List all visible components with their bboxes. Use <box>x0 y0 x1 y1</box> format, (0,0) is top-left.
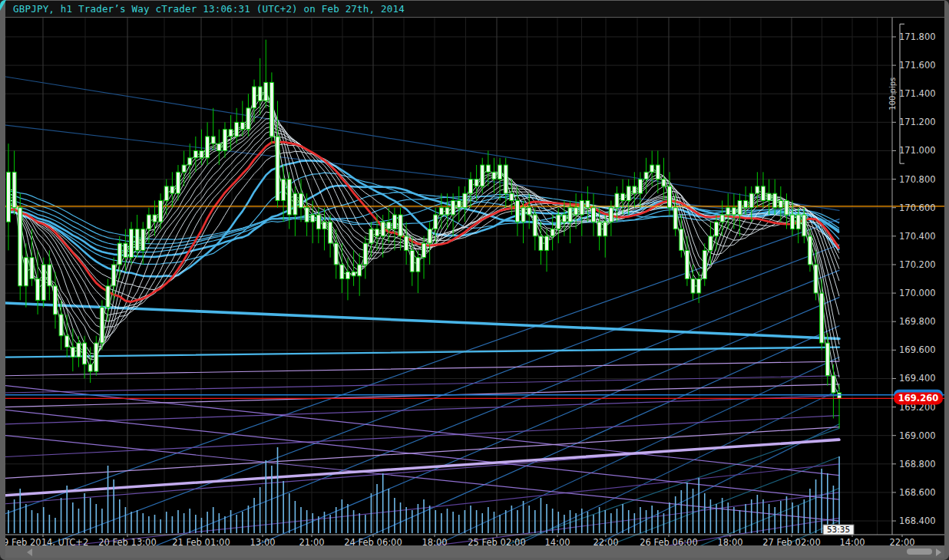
candle <box>838 393 842 398</box>
candle <box>551 229 554 236</box>
candle <box>246 108 250 130</box>
candle <box>779 200 782 207</box>
candle <box>217 143 221 150</box>
candle <box>83 343 87 364</box>
candle <box>785 200 789 215</box>
candle <box>703 250 706 278</box>
candle <box>200 150 203 157</box>
price-tick-label: 171.600 <box>899 60 936 71</box>
candle <box>468 180 472 194</box>
candle <box>791 215 795 229</box>
candle <box>492 172 496 179</box>
candle <box>282 180 286 201</box>
volume-bars <box>8 447 839 533</box>
candle <box>527 208 531 215</box>
price-tick-label: 169.800 <box>899 316 936 327</box>
candle <box>633 186 637 193</box>
candle <box>773 193 777 208</box>
title-bar[interactable]: GBPJPY, h1 Trader’s Way cTrader 13:06:31… <box>5 1 944 17</box>
candle <box>124 243 127 258</box>
candle <box>77 343 81 357</box>
price-tick-label: 168.400 <box>899 516 936 526</box>
candle <box>457 200 461 207</box>
chart-scrollbar[interactable] <box>5 545 944 558</box>
price-tick-label: 168.800 <box>899 459 936 469</box>
time-axis: 19 Feb 2014, UTC+220 Feb 13:0021 Feb 01:… <box>5 535 944 545</box>
candle <box>545 236 549 251</box>
time-tick-label: 22:00 <box>593 537 618 545</box>
candle <box>363 243 367 265</box>
price-tick-label: 168.600 <box>899 487 936 498</box>
candle <box>235 122 239 137</box>
candle <box>410 250 414 272</box>
candle <box>603 222 607 236</box>
candle <box>170 186 174 193</box>
candle <box>135 229 139 251</box>
candle <box>182 165 186 172</box>
candle <box>685 250 689 278</box>
price-tick-label: 170.400 <box>899 231 936 242</box>
time-tick-label: 14:00 <box>544 537 570 545</box>
candle <box>749 193 753 208</box>
candle <box>59 315 63 336</box>
candle <box>416 258 420 272</box>
candle <box>680 229 683 251</box>
bar-countdown-label: 53:35 <box>827 525 850 534</box>
candle <box>463 193 467 208</box>
candle <box>71 348 74 357</box>
candle <box>258 87 262 101</box>
scroll-left-icon[interactable] <box>27 548 32 556</box>
candle <box>7 172 11 222</box>
candle <box>223 130 227 151</box>
candle <box>668 186 672 208</box>
candle <box>521 208 525 222</box>
candle <box>597 222 601 236</box>
candle <box>293 193 297 215</box>
scroll-right-icon[interactable] <box>936 548 941 556</box>
time-tick-label: 24 Feb 06:00 <box>344 537 402 545</box>
candle <box>474 180 478 186</box>
candle <box>164 186 168 201</box>
candle <box>398 215 402 236</box>
time-tick-label: 27 Feb 02:00 <box>762 537 820 545</box>
candle <box>65 336 69 348</box>
candle <box>358 265 362 276</box>
candle <box>392 215 396 229</box>
price-chart-canvas[interactable]: 171.800171.600171.400171.200171.000170.8… <box>5 18 944 545</box>
candle <box>820 293 824 343</box>
scrollbar-thumb[interactable] <box>907 548 932 555</box>
candle <box>88 364 92 371</box>
candle <box>539 236 543 251</box>
chart-svg[interactable]: 171.800171.600171.400171.200171.000170.8… <box>5 18 944 545</box>
candle <box>504 165 508 193</box>
candle <box>229 130 233 137</box>
candle <box>445 208 449 215</box>
candle <box>106 286 110 308</box>
candle <box>147 215 150 229</box>
candle <box>715 222 719 236</box>
price-axis: 171.800171.600171.400171.200171.000170.8… <box>892 18 936 535</box>
candle <box>211 137 215 143</box>
candle <box>264 82 268 100</box>
candle <box>422 243 426 258</box>
candle <box>311 215 315 222</box>
candle <box>767 193 771 200</box>
candle <box>621 193 625 200</box>
candle <box>562 215 566 222</box>
candle <box>316 215 320 229</box>
candle <box>176 172 180 193</box>
candle <box>498 165 502 180</box>
candle <box>673 208 677 229</box>
time-tick-label: 21 Feb 01:00 <box>172 537 230 545</box>
candle <box>329 222 332 243</box>
price-tick-label: 170.200 <box>899 259 936 270</box>
candle <box>405 236 408 251</box>
candle <box>30 258 34 279</box>
candle <box>796 215 800 229</box>
candle <box>650 165 654 172</box>
candle <box>381 222 385 236</box>
candle <box>340 265 344 279</box>
candle <box>352 272 355 276</box>
candle <box>802 215 806 236</box>
candle <box>761 186 765 201</box>
